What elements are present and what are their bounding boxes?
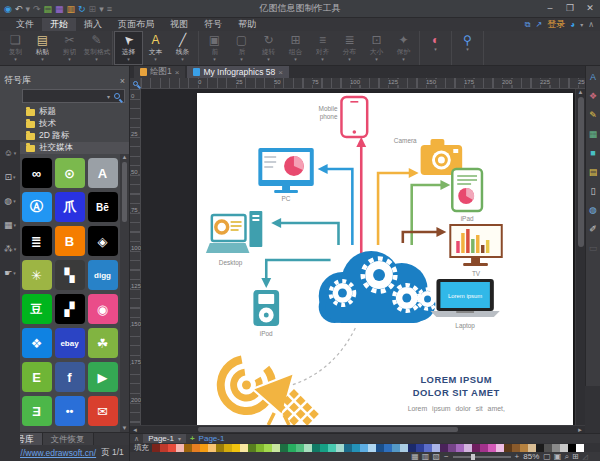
dropdown-caret-icon[interactable]: ▾ bbox=[321, 57, 324, 62]
dropdown-caret-icon[interactable]: ▾ bbox=[434, 47, 437, 52]
ruler-corner[interactable] bbox=[130, 78, 141, 89]
document-window-icon[interactable]: ⧉ bbox=[525, 20, 531, 30]
color-swatch[interactable] bbox=[536, 444, 544, 452]
vertical-scroll-thumb[interactable] bbox=[578, 97, 584, 247]
strip-caret-icon[interactable]: ▾ bbox=[13, 174, 16, 180]
fill-style-icon[interactable]: ■ bbox=[590, 148, 595, 158]
color-swatch[interactable] bbox=[472, 444, 480, 452]
page-tab[interactable]: Page-1 ▾ bbox=[143, 434, 186, 444]
color-swatch[interactable] bbox=[576, 444, 584, 452]
search-dropdown-icon[interactable]: ▾ bbox=[107, 93, 110, 100]
document-icon[interactable]: ▯ bbox=[591, 186, 596, 196]
color-swatch[interactable] bbox=[152, 444, 160, 452]
multi-page-icon[interactable]: ⊞ bbox=[572, 452, 579, 461]
color-swatch[interactable] bbox=[192, 444, 200, 452]
color-swatch[interactable] bbox=[568, 444, 576, 452]
library-scroll-thumb[interactable] bbox=[122, 162, 127, 222]
scroll-left-icon[interactable]: ◄ bbox=[132, 427, 138, 433]
library-icon-apple[interactable]: A bbox=[88, 158, 118, 188]
horizontal-scrollbar[interactable]: ◄ ► bbox=[130, 425, 585, 433]
library-scrollbar[interactable]: ▲ ▼ bbox=[120, 154, 129, 432]
library-icon-baidu[interactable]: 爪 bbox=[55, 192, 85, 222]
color-swatch[interactable] bbox=[240, 444, 248, 452]
library-icon-feedburner[interactable]: Ǝ bbox=[22, 396, 52, 426]
color-swatch[interactable] bbox=[344, 444, 352, 452]
redo-icon[interactable]: ↷ bbox=[33, 4, 41, 14]
library-icon-video-chat[interactable]: ▶ bbox=[88, 362, 118, 392]
library-icon-digg[interactable]: digg bbox=[88, 260, 118, 290]
undo-icon[interactable]: ↶ bbox=[15, 4, 23, 14]
toolbar-align-button[interactable]: ≡对齐▾ bbox=[309, 32, 336, 64]
clipart-gesture-icon[interactable]: ☛▾ bbox=[4, 268, 16, 278]
toolbar-send-back-button[interactable]: ▢后▾ bbox=[228, 32, 255, 64]
color-swatch[interactable] bbox=[168, 444, 176, 452]
drawing-viewport[interactable]: Mobile phone Camera bbox=[141, 89, 575, 425]
share-icon[interactable]: ↗ bbox=[536, 20, 543, 29]
connector-camera[interactable] bbox=[378, 173, 411, 245]
pan-mode-icon[interactable]: ▧ bbox=[432, 452, 440, 461]
zoom-slider[interactable] bbox=[453, 456, 511, 458]
toolbar-find-button[interactable]: ⚲▾ bbox=[454, 32, 481, 64]
collapse-ribbon-icon[interactable]: ∧ bbox=[588, 20, 594, 29]
color-swatch[interactable] bbox=[464, 444, 472, 452]
app-logo-icon[interactable]: ◉ bbox=[4, 4, 12, 14]
device-mobile-phone[interactable]: Mobile phone bbox=[319, 97, 368, 137]
dropdown-caret-icon[interactable]: ▾ bbox=[267, 57, 270, 62]
zoom-in-button[interactable]: + bbox=[515, 452, 520, 461]
cloud-computing-shape[interactable] bbox=[319, 251, 438, 323]
color-swatch[interactable] bbox=[312, 444, 320, 452]
color-swatch[interactable] bbox=[208, 444, 216, 452]
color-swatch[interactable] bbox=[264, 444, 272, 452]
library-icon-android[interactable]: ⊙ bbox=[55, 158, 85, 188]
color-swatch[interactable] bbox=[288, 444, 296, 452]
color-swatch[interactable] bbox=[200, 444, 208, 452]
device-camera[interactable]: Camera bbox=[394, 137, 462, 175]
fit-window-icon[interactable]: ▦ bbox=[411, 452, 419, 461]
library-icon-gmail[interactable]: ✉ bbox=[88, 396, 118, 426]
color-swatch[interactable] bbox=[280, 444, 288, 452]
close-tab-icon[interactable]: × bbox=[278, 68, 283, 77]
library-category-2d-signs[interactable]: 2D 路标 bbox=[20, 130, 129, 142]
color-swatch[interactable] bbox=[184, 444, 192, 452]
dropdown-caret-icon[interactable]: ▾ bbox=[348, 57, 351, 62]
format-text-icon[interactable]: A bbox=[590, 72, 596, 82]
library-icon-app-store[interactable]: Ⓐ bbox=[22, 192, 52, 222]
close-tab-icon[interactable]: × bbox=[175, 68, 180, 77]
scroll-up-icon[interactable]: ▲ bbox=[122, 154, 128, 160]
doc-tab-my-infographics[interactable]: My Infographics 58× bbox=[187, 66, 289, 78]
clipart-photo-icon[interactable]: ⊡▾ bbox=[4, 172, 15, 182]
color-swatch[interactable] bbox=[520, 444, 528, 452]
color-swatch[interactable] bbox=[496, 444, 504, 452]
page-width-icon[interactable]: ▣ bbox=[554, 452, 562, 461]
color-swatch[interactable] bbox=[424, 444, 432, 452]
toolbar-text-button[interactable]: A文本▾ bbox=[142, 32, 169, 64]
library-icon-blogger[interactable]: B bbox=[55, 226, 85, 256]
strip-caret-icon[interactable]: ▾ bbox=[14, 150, 17, 156]
vertical-scrollbar[interactable]: ▲ bbox=[575, 89, 585, 425]
color-swatch[interactable] bbox=[352, 444, 360, 452]
library-category-social-media[interactable]: 社交媒体 bbox=[20, 142, 129, 154]
library-icon-delicious[interactable]: ▚ bbox=[55, 260, 85, 290]
dropdown-caret-icon[interactable]: ▾ bbox=[127, 57, 130, 62]
color-swatch[interactable] bbox=[432, 444, 440, 452]
account-icon[interactable]: ◕ bbox=[570, 20, 575, 29]
new-document-icon[interactable]: ▤ bbox=[43, 4, 52, 14]
scroll-up-icon[interactable]: ▲ bbox=[578, 89, 584, 95]
login-button[interactable]: 登录 bbox=[547, 18, 565, 31]
dropdown-caret-icon[interactable]: ▾ bbox=[181, 57, 184, 62]
library-icon-envato[interactable]: ☘ bbox=[88, 328, 118, 358]
toolbar-paste-button[interactable]: ▤粘贴▾ bbox=[29, 32, 56, 64]
library-icon-douban[interactable]: 豆 bbox=[22, 294, 52, 324]
panel-tab-file-recovery[interactable]: 文件恢复 bbox=[43, 433, 94, 445]
toolbar-line-button[interactable]: ╱线条▾ bbox=[169, 32, 196, 64]
strip-caret-icon[interactable]: ▾ bbox=[14, 246, 17, 252]
library-icon-facebook[interactable]: f bbox=[55, 362, 85, 392]
device-desktop[interactable]: Desktop bbox=[206, 211, 262, 267]
clipart-badge-icon[interactable]: ◍▾ bbox=[4, 196, 15, 206]
toolbar-rotate-button[interactable]: ↻旋转▾ bbox=[255, 32, 282, 64]
save-icon[interactable]: ▥ bbox=[67, 4, 76, 14]
color-swatch[interactable] bbox=[528, 444, 536, 452]
strip-caret-icon[interactable]: ▾ bbox=[13, 198, 16, 204]
color-swatch[interactable] bbox=[336, 444, 344, 452]
color-swatch[interactable] bbox=[488, 444, 496, 452]
